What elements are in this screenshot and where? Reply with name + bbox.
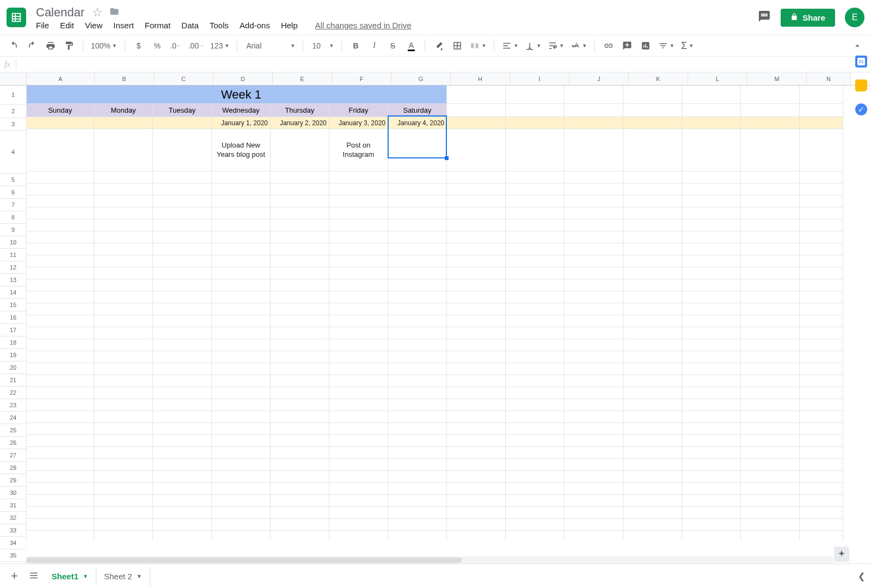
cell[interactable] [800,327,843,339]
row-header[interactable]: 8 [0,211,26,224]
cell[interactable] [741,267,800,279]
cell[interactable] [27,507,94,519]
cell[interactable] [623,483,682,495]
cell[interactable] [271,495,329,507]
cell[interactable] [565,315,623,327]
cell[interactable] [682,507,741,519]
cell[interactable] [94,195,153,207]
row-header[interactable]: 21 [0,374,26,387]
cell[interactable] [27,387,94,399]
cell[interactable] [153,129,212,171]
menu-addons[interactable]: Add-ons [240,21,270,30]
cell[interactable] [388,303,447,315]
row-header[interactable]: 17 [0,324,26,336]
cell[interactable] [153,351,212,363]
cell[interactable] [212,279,271,291]
cell[interactable] [329,483,388,495]
cell[interactable] [565,339,623,351]
cell[interactable] [447,129,506,171]
cell[interactable] [27,327,94,339]
filter-button[interactable]: ▼ [656,39,677,53]
cell[interactable] [27,267,94,279]
cell[interactable] [329,267,388,279]
cell[interactable] [800,375,843,387]
cell[interactable] [94,423,153,435]
cell[interactable] [271,183,329,195]
cell[interactable] [506,447,565,459]
cell[interactable] [506,291,565,303]
cell[interactable] [623,327,682,339]
row-header[interactable]: 3 [0,118,26,131]
column-header[interactable]: A [27,72,95,85]
cell[interactable] [329,279,388,291]
cell[interactable] [565,327,623,339]
cell[interactable] [682,495,741,507]
cell[interactable] [623,85,682,104]
star-icon[interactable]: ☆ [92,5,103,20]
cell[interactable] [506,459,565,471]
cell[interactable] [682,435,741,447]
cell[interactable] [447,519,506,531]
cell[interactable] [271,447,329,459]
cell[interactable] [682,279,741,291]
show-side-panel-button[interactable]: ❮ [851,564,871,588]
cell[interactable] [682,387,741,399]
cell[interactable] [682,195,741,207]
folder-icon[interactable] [109,5,119,20]
cell[interactable] [447,471,506,483]
cell[interactable] [623,315,682,327]
menu-insert[interactable]: Insert [113,21,134,30]
row-header[interactable]: 33 [0,524,26,537]
cell[interactable] [447,183,506,195]
cell[interactable] [682,411,741,423]
cell[interactable] [329,471,388,483]
save-status[interactable]: All changes saved in Drive [315,21,412,30]
cell[interactable] [212,183,271,195]
cell[interactable] [800,243,843,255]
cell[interactable] [388,435,447,447]
cell[interactable] [94,279,153,291]
text-rotation-button[interactable]: ▼ [568,39,589,53]
row-header[interactable]: 25 [0,424,26,437]
cell[interactable] [388,399,447,411]
cell[interactable] [565,195,623,207]
number-format-select[interactable]: 123▼ [208,41,231,50]
cell[interactable] [800,171,843,183]
cell[interactable] [800,303,843,315]
cell[interactable] [565,303,623,315]
cell[interactable] [94,471,153,483]
cell[interactable] [506,219,565,231]
vertical-align-button[interactable]: ▼ [523,39,543,53]
cell[interactable] [212,519,271,531]
cell[interactable] [388,351,447,363]
cell[interactable] [271,231,329,243]
cell[interactable]: Week 1 [212,85,271,104]
cell[interactable] [623,255,682,267]
cell[interactable] [506,423,565,435]
cell[interactable] [741,231,800,243]
cell[interactable] [741,375,800,387]
cell[interactable] [329,423,388,435]
cell[interactable] [212,399,271,411]
row-header[interactable]: 27 [0,449,26,462]
cell[interactable] [741,447,800,459]
cell[interactable] [94,387,153,399]
cell[interactable] [741,171,800,183]
cell[interactable] [27,339,94,351]
cell[interactable] [388,327,447,339]
cell[interactable] [153,507,212,519]
cell[interactable] [623,459,682,471]
cell[interactable] [623,183,682,195]
cell[interactable] [800,447,843,459]
cell[interactable] [329,255,388,267]
cell[interactable] [94,303,153,315]
cell[interactable] [682,85,741,104]
cell[interactable] [271,255,329,267]
cell[interactable] [447,507,506,519]
cell[interactable] [329,207,388,219]
cell[interactable] [506,195,565,207]
cell[interactable] [388,85,447,104]
menu-tools[interactable]: Tools [210,21,229,30]
cell[interactable] [94,447,153,459]
menu-file[interactable]: File [36,21,49,30]
